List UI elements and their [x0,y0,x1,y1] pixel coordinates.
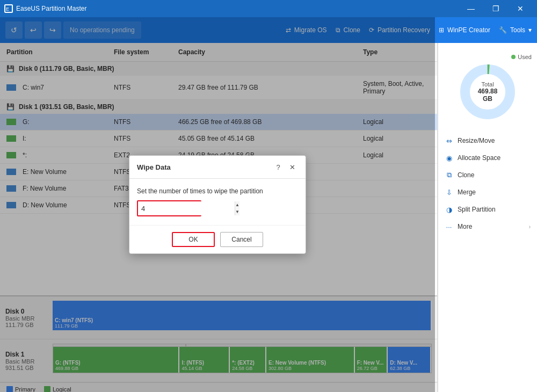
titlebar: E EaseUS Partition Master — ❐ ✕ [0,0,537,17]
split-icon: ◑ [445,205,453,214]
wipe-count-input-wrapper: ▲ ▼ [137,200,201,216]
split-partition-button[interactable]: ◑ Split Partition [438,201,537,218]
used-label: Used [518,54,532,60]
close-button[interactable]: ✕ [508,0,533,17]
dialog-header: Wipe Data ? ✕ [129,156,306,179]
total-label: Total [473,81,503,88]
spinner-up-button[interactable]: ▲ [235,201,240,208]
dialog-body: Set the number of times to wipe the part… [129,179,306,225]
more-chevron-icon: › [529,224,531,230]
wipe-count-input[interactable] [138,201,235,215]
merge-button[interactable]: ⇩ Merge [438,184,537,201]
wipe-data-dialog: Wipe Data ? ✕ Set the number of times to… [129,155,306,254]
spinner-down-button[interactable]: ▼ [235,208,240,215]
dialog-help-button[interactable]: ? [272,161,284,173]
merge-icon: ⇩ [445,188,453,197]
tools-button[interactable]: 🔧 Tools ▾ [499,26,532,34]
dialog-description: Set the number of times to wipe the part… [137,187,298,195]
clone-panel-button[interactable]: ⧉ Clone [438,166,537,184]
winpe-creator-button[interactable]: ⊞ WinPE Creator [439,26,490,34]
used-dot [511,55,516,59]
tools-icon: 🔧 [499,26,507,34]
ok-button[interactable]: OK [172,232,215,247]
allocate-space-button[interactable]: ◉ Allocate Space [438,149,537,166]
svg-text:E: E [6,6,9,12]
tools-chevron-icon: ▾ [528,26,532,34]
allocate-icon: ◉ [445,154,453,162]
resize-move-button[interactable]: ⇔ Resize/Move [438,132,537,149]
dialog-overlay: Wipe Data ? ✕ Set the number of times to… [0,17,435,392]
donut-container: Used Total 469.88 GB [438,48,537,127]
minimize-button[interactable]: — [459,0,483,17]
restore-button[interactable]: ❐ [483,0,508,17]
dialog-title: Wipe Data [137,163,171,171]
dialog-footer: OK Cancel [129,225,306,253]
more-icon: ··· [445,222,453,231]
right-panel: Used Total 469.88 GB ⇔ Resize/Move ◉ All… [438,43,537,392]
app-logo: E [4,4,13,13]
donut-chart: Total 469.88 GB [458,62,517,121]
app-title: EaseUS Partition Master [16,5,86,12]
dialog-close-button[interactable]: ✕ [286,161,298,173]
clone-panel-icon: ⧉ [445,171,453,179]
winpe-icon: ⊞ [439,26,444,34]
more-button[interactable]: ··· More › [438,218,537,235]
cancel-button[interactable]: Cancel [220,232,263,247]
total-size: 469.88 GB [473,88,503,103]
resize-icon: ⇔ [445,136,453,145]
